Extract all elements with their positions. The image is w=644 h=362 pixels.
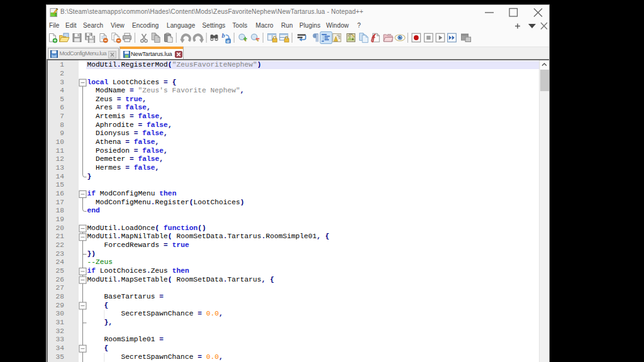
svg-text:b: b [222,32,225,39]
svg-text:a: a [226,38,230,44]
